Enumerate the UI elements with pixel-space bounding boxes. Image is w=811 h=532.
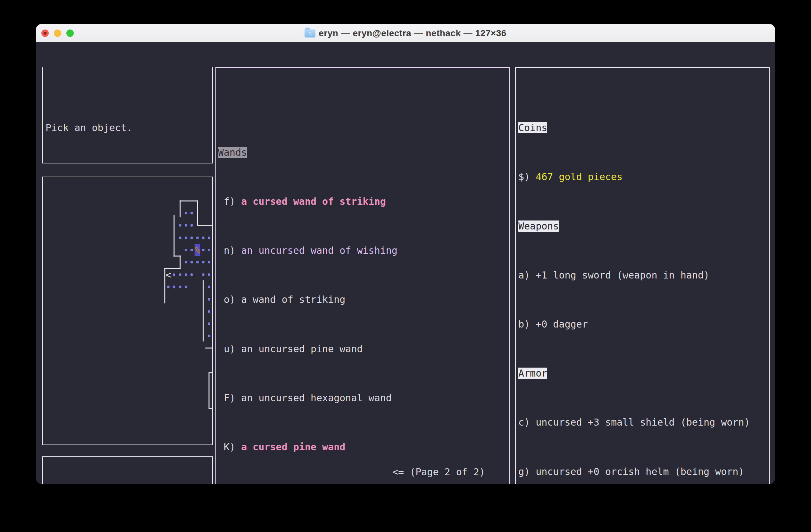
item-text: 467 gold pieces (536, 171, 623, 182)
item-letter: $) (518, 171, 536, 182)
zoom-button[interactable] (66, 30, 74, 37)
terminal-screen[interactable]: Pick an object. h a humanoid (peaceful P… (36, 42, 775, 484)
item-letter: f) (218, 196, 241, 207)
item-text: a wand of striking (241, 294, 345, 305)
item-text: Armor (518, 367, 547, 379)
item-letter: g) (518, 466, 536, 477)
folder-icon (305, 29, 316, 37)
inventory-menu-row[interactable]: n) an uncursed wand of wishing (218, 245, 509, 257)
item-text: Coins (518, 122, 547, 133)
item-text: uncursed +0 orcish helm (being worn) (536, 466, 744, 477)
close-button[interactable] (41, 30, 49, 37)
terminal-window: eryn — eryn@electra — nethack — 127×36 P… (36, 24, 775, 484)
map-window: %< (42, 176, 213, 445)
item-text: Wands (218, 147, 247, 158)
item-text: an uncursed hexagonal wand (241, 392, 392, 404)
message-line: Pick an object. (46, 122, 212, 134)
inventory-menu-row[interactable]: F) an uncursed hexagonal wand (218, 392, 509, 404)
inventory-menu-row[interactable]: K) a cursed pine wand (218, 441, 509, 453)
item-text: an uncursed pine wand (241, 343, 363, 355)
inventory-panel: Coins $) 467 gold pieces Weapons a) +1 l… (515, 67, 770, 484)
inventory-panel-row[interactable]: a) +1 long sword (weapon in hand) (518, 269, 769, 281)
minimize-button[interactable] (54, 30, 61, 37)
item-text: Weapons (518, 220, 559, 232)
item-text: uncursed +3 small shield (being worn) (536, 417, 750, 428)
message-window: Pick an object. h a humanoid (peaceful P… (42, 67, 213, 163)
item-letter: u) (218, 343, 241, 355)
item-letter: K) (218, 441, 241, 453)
item-letter: c) (518, 417, 536, 428)
food-glyph: % (195, 245, 200, 256)
inventory-panel-row[interactable]: Armor (518, 367, 769, 379)
item-text: +1 long sword (weapon in hand) (536, 269, 709, 281)
item-text: a cursed wand of striking (241, 196, 386, 207)
inventory-menu-row[interactable]: o) a wand of striking (218, 294, 509, 306)
inventory-menu-row[interactable]: u) an uncursed pine wand (218, 343, 509, 355)
item-letter: a) (518, 269, 536, 281)
inventory-panel-row[interactable]: c) uncursed +3 small shield (being worn) (518, 416, 769, 428)
dungeon-map: %< (42, 176, 213, 445)
inventory-panel-row[interactable]: $) 467 gold pieces (518, 171, 769, 183)
inventory-panel-row[interactable]: Weapons (518, 220, 769, 232)
item-letter: o) (218, 294, 241, 305)
inventory-panel-row[interactable]: Coins (518, 122, 769, 134)
item-letter: b) (518, 318, 536, 330)
item-letter: F) (218, 392, 241, 404)
inventory-menu: Wands f) a cursed wand of striking n) an… (215, 67, 510, 484)
traffic-lights (41, 24, 74, 42)
item-text: an uncursed wand of wishing (241, 245, 397, 256)
inventory-panel-row[interactable]: g) uncursed +0 orcish helm (being worn) (518, 466, 769, 478)
title-proxy: eryn — eryn@electra — nethack — 127×36 (305, 28, 506, 38)
inventory-menu-rows: Wands f) a cursed wand of striking n) an… (218, 97, 509, 484)
item-text: +0 dagger (536, 318, 588, 330)
inventory-menu-row[interactable]: f) a cursed wand of striking (218, 195, 509, 208)
inventory-panel-row[interactable]: b) +0 dagger (518, 318, 769, 330)
item-text: a cursed pine wand (241, 441, 345, 453)
menu-page-indicator: <= (Page 2 of 2) (392, 466, 485, 478)
window-title: eryn — eryn@electra — nethack — 127×36 (319, 28, 506, 38)
item-letter: n) (218, 245, 241, 256)
stairs-up-glyph: < (165, 269, 171, 280)
window-titlebar[interactable]: eryn — eryn@electra — nethack — 127×36 (36, 24, 775, 43)
inventory-menu-row[interactable]: Wands (218, 146, 509, 159)
status-window: [Eryn the Fighter Dlvl:9$:467HP:40(56)Pw… (42, 456, 213, 484)
